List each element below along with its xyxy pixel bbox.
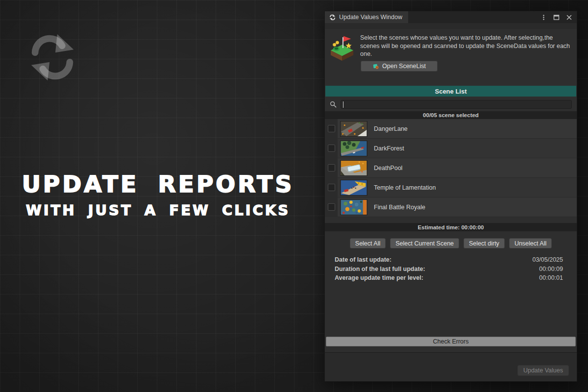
- check-errors-button[interactable]: Check Errors: [326, 337, 576, 346]
- stat-label: Average update time per level:: [335, 273, 423, 283]
- scene-thumbnail: [340, 141, 368, 156]
- hero-line2: WITH JUST A FEW CLICKS: [15, 202, 301, 219]
- scene-checkbox[interactable]: [328, 184, 335, 191]
- help-text: Select the scenes whose values you want …: [360, 34, 571, 58]
- open-scenelist-button[interactable]: Open SceneList: [361, 61, 438, 72]
- stat-label: Duration of the last full update:: [335, 265, 425, 274]
- window-footer: Update Values: [325, 352, 577, 381]
- close-icon[interactable]: [566, 14, 572, 21]
- scene-row-finalbattle[interactable]: Final Battle Royale: [325, 197, 577, 217]
- stat-row: Date of last update: 03/05/2025: [335, 255, 563, 265]
- search-icon: [330, 101, 337, 108]
- estimated-time: Estimated time: 00:00:00: [325, 223, 577, 231]
- stat-label: Date of last update:: [335, 255, 392, 265]
- window-title: Update Values Window: [339, 14, 402, 21]
- update-values-button[interactable]: Update Values: [517, 365, 569, 376]
- scene-checkbox[interactable]: [328, 145, 335, 152]
- scene-checkbox[interactable]: [328, 203, 335, 211]
- stat-value: 00:00:01: [539, 273, 563, 283]
- scene-row-darkforest[interactable]: DarkForest: [325, 139, 577, 158]
- window-tab[interactable]: Update Values Window: [325, 11, 408, 23]
- toolbar-strip: [325, 23, 577, 29]
- hero-line1: UPDATE REPORTS: [15, 171, 301, 197]
- selection-actions: Select All Select Current Scene Select d…: [325, 238, 577, 248]
- open-scenelist-label: Open SceneList: [382, 63, 426, 70]
- window-titlebar: Update Values Window: [325, 11, 577, 23]
- scene-name: DarkForest: [374, 145, 404, 152]
- scene-list: DangerLane DarkForest: [325, 119, 577, 217]
- selected-count: 00/05 scene selected: [325, 111, 577, 119]
- update-values-window: Update Values Window Select the scenes: [324, 11, 577, 382]
- hero-headline: UPDATE REPORTS WITH JUST A FEW CLICKS: [15, 171, 301, 219]
- scene-thumbnail: [340, 160, 368, 176]
- scene-thumbnail: [340, 180, 368, 196]
- scene-thumbnail: [340, 121, 368, 137]
- kebab-menu-icon[interactable]: [540, 14, 547, 21]
- update-stats: Date of last update: 03/05/2025 Duration…: [335, 255, 563, 283]
- stat-value: 03/05/2025: [532, 255, 563, 265]
- stat-row: Duration of the last full update: 00:00:…: [335, 265, 563, 274]
- scene-name: Temple of Lamentation: [374, 184, 436, 191]
- scene-name: Final Battle Royale: [374, 204, 425, 211]
- scene-name: DeathPool: [374, 165, 402, 172]
- scene-row-dangerlane[interactable]: DangerLane: [325, 119, 577, 139]
- scene-search-input[interactable]: [341, 100, 572, 109]
- scene-list-header: Scene List: [325, 86, 576, 97]
- select-all-button[interactable]: Select All: [350, 238, 386, 248]
- scene-row-deathpool[interactable]: DeathPool: [325, 158, 577, 178]
- stat-row: Average update time per level: 00:00:01: [335, 273, 563, 283]
- select-dirty-button[interactable]: Select dirty: [464, 238, 505, 248]
- scene-checkbox[interactable]: [328, 125, 335, 132]
- scene-checkbox[interactable]: [328, 164, 335, 172]
- scene-row-temple[interactable]: Temple of Lamentation: [325, 178, 577, 197]
- scenelist-asset-icon: [372, 63, 379, 70]
- maximize-icon[interactable]: [553, 14, 560, 21]
- stat-value: 00:00:09: [539, 265, 563, 274]
- text-caret: [343, 101, 343, 108]
- level-flag-icon: [330, 34, 354, 62]
- refresh-icon: [329, 14, 336, 21]
- scene-thumbnail: [340, 199, 368, 215]
- select-current-scene-button[interactable]: Select Current Scene: [390, 238, 459, 248]
- scene-search-row: [325, 98, 577, 110]
- scene-name: DangerLane: [374, 125, 408, 132]
- unselect-all-button[interactable]: Unselect All: [509, 238, 552, 248]
- refresh-icon: [24, 28, 81, 86]
